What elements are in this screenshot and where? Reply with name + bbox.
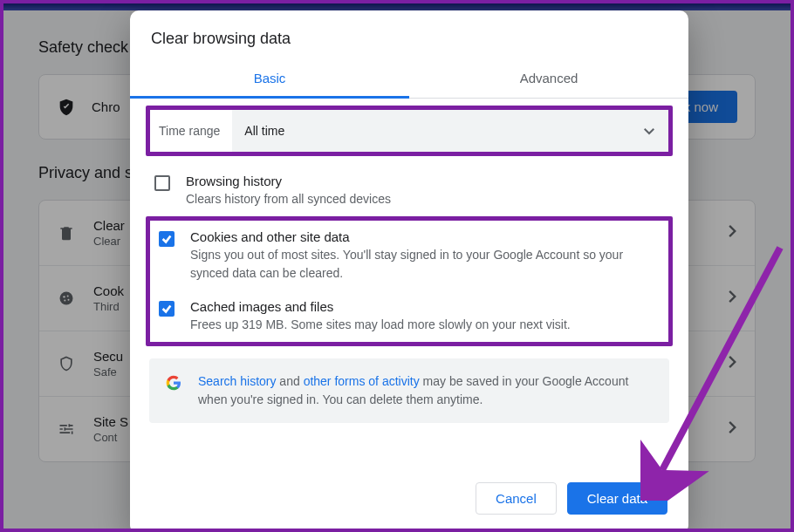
tab-basic[interactable]: Basic — [130, 60, 409, 99]
checkbox-browsing-history[interactable] — [154, 175, 170, 191]
other-activity-link[interactable]: other forms of activity — [304, 374, 420, 388]
option-cache: Cached images and files Frees up 319 MB.… — [154, 294, 665, 338]
clear-browsing-data-dialog: Clear browsing data Basic Advanced Time … — [130, 10, 688, 532]
option-cookies: Cookies and other site data Signs you ou… — [154, 224, 665, 294]
time-range-select[interactable]: All time — [232, 110, 668, 152]
option-title: Browsing history — [186, 174, 664, 188]
option-browsing-history: Browsing history Clears history from all… — [146, 168, 673, 216]
option-sub: Signs you out of most sites. You'll stay… — [190, 246, 660, 282]
checkbox-cookies[interactable] — [159, 231, 175, 247]
cancel-button[interactable]: Cancel — [476, 482, 557, 515]
option-sub: Frees up 319 MB. Some sites may load mor… — [190, 316, 660, 333]
tabs: Basic Advanced — [130, 60, 688, 99]
options-highlight: Cookies and other site data Signs you ou… — [146, 216, 673, 346]
time-range-highlight: Time range All time — [146, 106, 673, 156]
clear-data-button[interactable]: Clear data — [567, 482, 667, 515]
option-title: Cookies and other site data — [190, 229, 660, 244]
time-range-label: Time range — [150, 124, 232, 138]
option-title: Cached images and files — [190, 299, 660, 314]
checkbox-cache[interactable] — [159, 301, 175, 317]
dialog-title: Clear browsing data — [130, 10, 688, 60]
chevron-down-icon — [644, 123, 654, 139]
google-account-info: Search history and other forms of activi… — [149, 358, 669, 423]
info-text: Search history and other forms of activi… — [198, 372, 654, 409]
search-history-link[interactable]: Search history — [198, 374, 276, 388]
google-icon — [165, 374, 182, 392]
tab-advanced[interactable]: Advanced — [409, 60, 688, 98]
option-sub: Clears history from all synced devices — [186, 190, 664, 208]
time-range-value: All time — [244, 124, 284, 138]
